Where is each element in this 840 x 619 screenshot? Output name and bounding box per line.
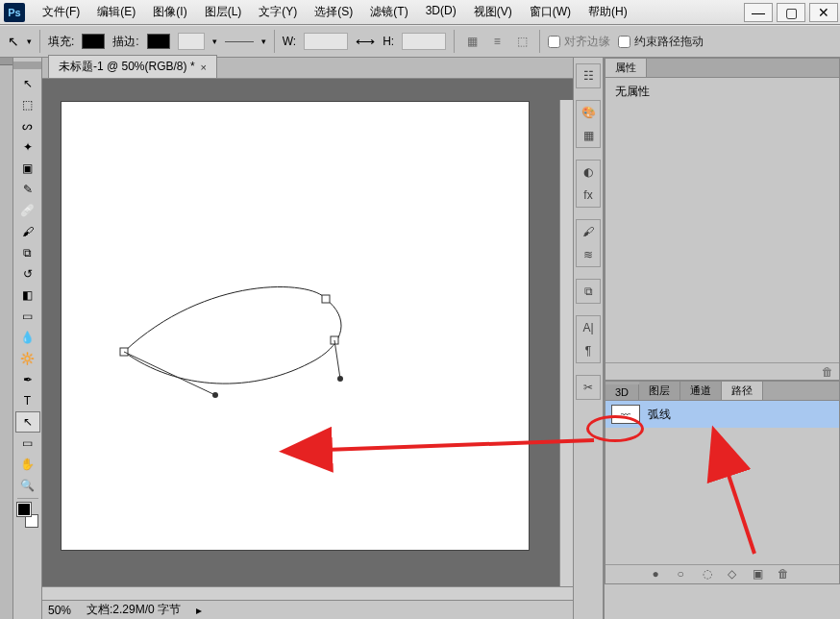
menu-help[interactable]: 帮助(H): [581, 0, 635, 24]
svg-line-5: [334, 340, 340, 379]
maximize-button[interactable]: ▢: [777, 3, 805, 22]
zoom-tool[interactable]: 🔍: [15, 475, 40, 496]
height-input[interactable]: [402, 33, 446, 50]
history-panel-icon[interactable]: ☷: [577, 64, 600, 87]
document-tab-bar: 未标题-1 @ 50%(RGB/8) * ×: [42, 58, 573, 79]
tab-layers[interactable]: 图层: [639, 382, 680, 400]
tab-3d[interactable]: 3D: [605, 384, 639, 400]
zoom-level[interactable]: 50%: [48, 604, 71, 617]
trash-icon[interactable]: 🗑: [822, 365, 833, 379]
status-bar: 50% 文档:2.29M/0 字节 ▸: [42, 600, 573, 619]
rectangle-tool[interactable]: ▭: [15, 433, 40, 454]
width-input[interactable]: [304, 33, 348, 50]
tab-channels[interactable]: 通道: [680, 382, 722, 400]
layers-panel: 3D 图层 通道 路径 〰 弧线 ● ○ ◌ ◇ ▣ 🗑: [605, 381, 840, 584]
menu-view[interactable]: 视图(V): [466, 0, 520, 24]
path-align-icon[interactable]: ≡: [487, 32, 506, 51]
hand-tool[interactable]: ✋: [15, 454, 40, 475]
tool-indicator-icon: ↖: [8, 34, 19, 49]
foreground-color-swatch[interactable]: [17, 503, 31, 516]
marquee-tool[interactable]: ⬚: [15, 94, 40, 115]
document-tab-close-icon[interactable]: ×: [201, 62, 207, 73]
document-tab-title: 未标题-1 @ 50%(RGB/8) *: [59, 59, 195, 75]
type-tool[interactable]: T: [15, 390, 40, 411]
brushes-panel-icon[interactable]: 🖌: [577, 220, 600, 243]
svg-point-6: [337, 376, 343, 382]
menu-select[interactable]: 选择(S): [307, 0, 360, 24]
status-menu-icon[interactable]: ▸: [196, 604, 202, 617]
lasso-tool[interactable]: ᔕ: [15, 115, 40, 136]
color-panel-icon[interactable]: 🎨: [577, 101, 600, 124]
menu-layer[interactable]: 图层(L): [197, 0, 250, 24]
adjustments-panel-icon[interactable]: ◐: [577, 161, 600, 184]
document-tab[interactable]: 未标题-1 @ 50%(RGB/8) * ×: [48, 55, 217, 78]
link-wh-icon[interactable]: ⟷: [356, 34, 375, 49]
paths-panel-footer: ● ○ ◌ ◇ ▣ 🗑: [605, 564, 839, 583]
clone-source-panel-icon[interactable]: ⧉: [577, 280, 600, 303]
blur-tool[interactable]: 💧: [15, 327, 40, 348]
paths-body[interactable]: 〰 弧线 ● ○ ◌ ◇ ▣ 🗑: [605, 401, 839, 583]
palette-grip-icon[interactable]: [13, 62, 41, 69]
new-path-icon[interactable]: ▣: [753, 567, 768, 582]
path-ops-icon[interactable]: ▦: [462, 32, 482, 51]
styles-panel-icon[interactable]: fx: [577, 184, 600, 207]
load-selection-icon[interactable]: ◌: [703, 567, 718, 582]
gradient-tool[interactable]: ▭: [15, 306, 40, 327]
stroke-width-input[interactable]: [178, 33, 205, 50]
make-workpath-icon[interactable]: ◇: [728, 567, 743, 582]
fill-swatch[interactable]: [82, 34, 105, 49]
dock-grip-icon[interactable]: [0, 58, 12, 65]
foreground-background-colors[interactable]: [15, 503, 40, 528]
align-edges-checkbox[interactable]: 对齐边缘: [548, 34, 610, 50]
menu-image[interactable]: 图像(I): [145, 0, 194, 24]
path-thumbnail-icon: 〰: [611, 405, 640, 424]
tool-preset-dropdown[interactable]: ▾: [27, 37, 32, 46]
minimize-button[interactable]: —: [744, 3, 773, 22]
stroke-label: 描边:: [112, 34, 138, 50]
menu-type[interactable]: 文字(Y): [251, 0, 305, 24]
stroke-swatch[interactable]: [147, 34, 170, 49]
vertical-scrollbar[interactable]: [559, 100, 573, 586]
canvas[interactable]: [62, 102, 529, 550]
tab-paths[interactable]: 路径: [722, 381, 763, 400]
clone-stamp-tool[interactable]: ⧉: [15, 242, 40, 263]
history-brush-tool[interactable]: ↺: [15, 263, 40, 285]
swatches-panel-icon[interactable]: ▦: [577, 124, 600, 147]
close-button[interactable]: ✕: [809, 3, 838, 22]
canvas-area[interactable]: [42, 79, 573, 600]
left-dock-strip: [0, 58, 13, 619]
horizontal-scrollbar[interactable]: [42, 586, 573, 600]
tool-presets-panel-icon[interactable]: ✂: [577, 376, 600, 399]
background-color-swatch[interactable]: [25, 514, 38, 528]
menu-filter[interactable]: 滤镜(T): [362, 0, 415, 24]
tab-properties[interactable]: 属性: [605, 58, 647, 77]
crop-tool[interactable]: ▣: [15, 158, 40, 179]
svg-rect-1: [322, 295, 330, 303]
path-arrange-icon[interactable]: ⬚: [512, 32, 531, 51]
pen-tool[interactable]: ✒: [15, 369, 40, 390]
healing-brush-tool[interactable]: 🩹: [15, 200, 40, 221]
dodge-tool[interactable]: 🔆: [15, 348, 40, 369]
path-selection-tool[interactable]: ↖: [15, 411, 40, 433]
fill-path-icon[interactable]: ●: [653, 567, 668, 582]
brush-tool[interactable]: 🖌: [15, 221, 40, 242]
character-panel-icon[interactable]: A|: [577, 316, 600, 339]
menu-file[interactable]: 文件(F): [35, 0, 87, 24]
stroke-path-icon[interactable]: ○: [678, 567, 693, 582]
menu-edit[interactable]: 编辑(E): [89, 0, 143, 24]
delete-path-icon[interactable]: 🗑: [778, 567, 793, 582]
constrain-path-checkbox[interactable]: 约束路径拖动: [618, 34, 704, 50]
eraser-tool[interactable]: ◧: [15, 285, 40, 306]
stroke-type-dropdown[interactable]: ▾: [261, 37, 266, 46]
magic-wand-tool[interactable]: ✦: [15, 136, 40, 158]
path-item[interactable]: 〰 弧线: [605, 401, 839, 428]
stroke-width-dropdown[interactable]: ▾: [212, 37, 217, 46]
eyedropper-tool[interactable]: ✎: [15, 179, 40, 200]
window-controls: — ▢ ✕: [742, 1, 840, 24]
brush-presets-panel-icon[interactable]: ≋: [577, 243, 600, 266]
menu-window[interactable]: 窗口(W): [522, 0, 579, 24]
move-tool[interactable]: ↖: [15, 73, 40, 94]
paragraph-panel-icon[interactable]: ¶: [577, 339, 600, 362]
properties-body: 无属性: [605, 78, 839, 362]
menu-3d[interactable]: 3D(D): [418, 0, 464, 24]
